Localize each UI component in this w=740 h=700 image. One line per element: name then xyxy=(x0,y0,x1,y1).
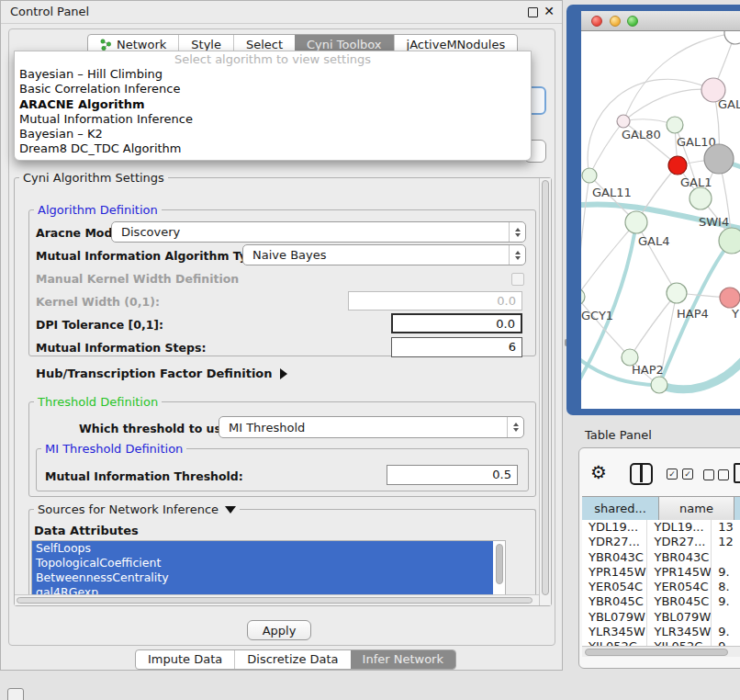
table-cell: YBR043C xyxy=(647,550,712,565)
tab-discretize-data[interactable]: Discretize Data xyxy=(234,650,350,669)
tab-infer-network[interactable]: Infer Network xyxy=(351,650,455,669)
mi-algorithm-type-combo[interactable]: Naive Bayes xyxy=(242,244,526,265)
network-window-titlebar[interactable] xyxy=(581,11,740,31)
table-row[interactable]: YBR043CYBR043C xyxy=(582,550,740,565)
which-threshold-combo[interactable]: MI Threshold xyxy=(219,416,524,438)
table-row[interactable]: YBL079WYBL079W xyxy=(582,610,740,625)
attribute-item[interactable]: TopologicalCoefficient xyxy=(32,556,493,570)
kernel-width-field[interactable]: 0.0 xyxy=(348,291,522,310)
hub-definition-expander[interactable]: Hub/Transcription Factor Definition xyxy=(36,367,287,380)
table-cell: YDL19... xyxy=(582,520,647,535)
network-node-label: Y xyxy=(731,307,739,321)
network-node-label: GAL4 xyxy=(638,234,669,248)
sources-expander[interactable]: Sources for Network Inference xyxy=(34,502,240,516)
settings-hscrollbar-thumb[interactable] xyxy=(17,597,533,604)
algorithm-option[interactable]: Basic Correlation Inference xyxy=(15,82,531,96)
attributes-scrollbar-thumb[interactable] xyxy=(496,544,503,584)
algorithm-option[interactable]: Bayesian – Hill Climbing xyxy=(15,67,531,82)
algorithm-option[interactable]: Bayesian – K2 xyxy=(15,127,531,141)
network-node-label: GAL1 xyxy=(680,175,712,189)
close-traffic-light-button[interactable] xyxy=(591,16,602,27)
unchecked-checkbox-icon[interactable]: ✓ xyxy=(703,469,714,480)
network-node-y[interactable] xyxy=(720,288,740,308)
network-node[interactable] xyxy=(724,31,740,44)
table-cell: 9. xyxy=(712,625,740,639)
cyni-algorithm-settings-title: Cyni Algorithm Settings xyxy=(19,171,168,185)
table-cell: YER054C xyxy=(582,580,647,594)
network-node-gcy1[interactable] xyxy=(581,288,585,305)
desktop: Control Panel ✕ Network Style Select Cyn… xyxy=(0,0,740,700)
table-cell: 9. xyxy=(712,639,740,646)
mi-steps-field[interactable]: 6 xyxy=(391,337,522,357)
apply-button[interactable]: Apply xyxy=(247,620,311,640)
combo-stepper-icon xyxy=(507,417,523,437)
tab-impute-data[interactable]: Impute Data xyxy=(136,650,234,669)
network-node-gal11[interactable] xyxy=(582,168,597,183)
table-column-header[interactable] xyxy=(734,497,740,520)
which-threshold-label: Which threshold to use: xyxy=(79,422,233,435)
close-icon[interactable]: ✕ xyxy=(544,4,555,18)
expander-arrow-right-icon xyxy=(280,368,287,379)
settings-vscrollbar-thumb[interactable] xyxy=(542,180,549,595)
network-node[interactable] xyxy=(651,377,667,393)
network-node-gal4[interactable] xyxy=(625,211,647,233)
control-panel-titlebar[interactable]: Control Panel ✕ xyxy=(1,1,562,24)
manual-kernel-width-checkbox[interactable] xyxy=(511,273,524,286)
unchecked-checkbox-icon[interactable]: ✓ xyxy=(718,469,729,480)
table-cell: YDR27... xyxy=(647,535,712,549)
settings-hscrollbar[interactable] xyxy=(15,594,539,605)
table-hscrollbar[interactable] xyxy=(582,646,740,657)
table-row[interactable]: YDR27...YDR27...12 xyxy=(582,535,740,549)
table-row[interactable]: YBR045CYBR045C9. xyxy=(582,594,740,609)
network-view-window: GAL7GAL80GAL10GAL1GAL11SWI4GAL4HAP4YGCY1… xyxy=(566,5,740,415)
table-row[interactable]: YIL052CYIL052C9. xyxy=(582,639,740,646)
table-cell: YDL19... xyxy=(647,520,712,535)
network-edge xyxy=(581,175,589,297)
table-column-header[interactable]: name xyxy=(659,497,734,520)
algorithm-option-highlighted[interactable]: ARACNE Algorithm xyxy=(15,97,531,112)
float-window-icon[interactable] xyxy=(528,7,538,17)
dpi-tolerance-field[interactable]: 0.0 xyxy=(391,313,522,333)
gear-icon[interactable]: ⚙ xyxy=(590,463,607,481)
table-row[interactable]: YLR345WYLR345W9. xyxy=(582,625,740,639)
checked-checkbox-icon[interactable]: ✓ xyxy=(667,469,678,480)
split-columns-icon[interactable] xyxy=(630,463,653,485)
aracne-mode-combo[interactable]: Discovery xyxy=(111,221,526,243)
network-node-gal1[interactable] xyxy=(668,156,687,175)
mi-threshold-label: Mutual Information Threshold: xyxy=(45,469,243,483)
zoom-traffic-light-button[interactable] xyxy=(627,16,638,27)
algorithm-option[interactable]: Dream8 DC_TDC Algorithm xyxy=(15,141,531,156)
table-cell: YBR043C xyxy=(582,550,647,565)
network-node-hap4[interactable] xyxy=(667,283,687,303)
table-row[interactable]: YPR145WYPR145W9. xyxy=(582,565,740,580)
table-hscrollbar-thumb[interactable] xyxy=(585,649,728,656)
dpi-tolerance-label: DPI Tolerance [0,1]: xyxy=(36,318,163,332)
combo-stepper-icon xyxy=(509,222,525,242)
checked-checkbox-icon[interactable]: ✓ xyxy=(682,469,693,480)
table-row[interactable]: YDL19...YDL19...13 xyxy=(582,520,740,535)
algorithm-definition-title: Algorithm Definition xyxy=(34,203,162,217)
network-node-gal10[interactable] xyxy=(667,117,683,133)
table-cell: 13 xyxy=(712,520,740,535)
mi-threshold-field[interactable]: 0.5 xyxy=(387,465,518,485)
attribute-item[interactable]: SelfLoops xyxy=(32,541,493,556)
network-node-label: GAL11 xyxy=(592,186,632,199)
table-row[interactable]: YER054CYER054C8. xyxy=(582,580,740,594)
minimize-traffic-light-button[interactable] xyxy=(610,16,621,27)
network-node-gal80[interactable] xyxy=(617,115,630,128)
combo-stepper-icon xyxy=(509,245,525,265)
table-column-header[interactable]: shared... xyxy=(582,497,659,520)
network-canvas[interactable]: GAL7GAL80GAL10GAL1GAL11SWI4GAL4HAP4YGCY1… xyxy=(581,31,740,409)
network-node[interactable] xyxy=(690,187,712,209)
table-cell: YIL052C xyxy=(647,639,712,646)
algorithm-option[interactable]: Mutual Information Inference xyxy=(15,112,531,127)
settings-vscrollbar[interactable] xyxy=(539,178,551,605)
table-body: YDL19...YDL19...13YDR27...YDR27...12YBR0… xyxy=(582,520,740,646)
network-node-swi4[interactable] xyxy=(719,228,740,254)
collapsed-panel-icon[interactable] xyxy=(7,688,24,700)
table-cell: YBL079W xyxy=(582,610,647,625)
document-icon[interactable] xyxy=(734,463,740,483)
network-node[interactable] xyxy=(704,144,734,174)
attribute-item[interactable]: BetweennessCentrality xyxy=(32,570,493,585)
table-cell: 8. xyxy=(712,580,740,594)
